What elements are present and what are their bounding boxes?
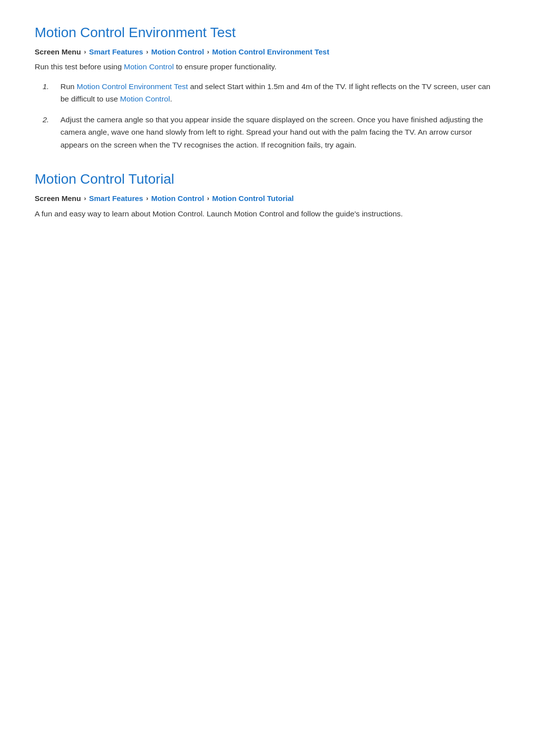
tutorial-breadcrumb-sep-2: › [146,195,148,202]
tutorial-breadcrumb-screen-menu: Screen Menu [35,194,81,202]
list-content-1: Run Motion Control Environment Test and … [60,80,500,105]
list-number-2: 2. [43,113,52,151]
environment-test-title: Motion Control Environment Test [35,25,500,41]
tutorial-breadcrumb: Screen Menu › Smart Features › Motion Co… [35,194,500,202]
tutorial-breadcrumb-sep-1: › [84,195,86,202]
list-item-2: 2. Adjust the camera angle so that you a… [43,113,500,151]
tutorial-title: Motion Control Tutorial [35,171,500,187]
list-content-2: Adjust the camera angle so that you appe… [60,113,500,151]
tutorial-breadcrumb-smart-features[interactable]: Smart Features [89,194,143,202]
tutorial-intro-text: A fun and easy way to learn about Motion… [35,207,500,220]
item1-motion-control-link[interactable]: Motion Control [120,95,170,103]
tutorial-breadcrumb-sep-3: › [207,195,209,202]
breadcrumb-smart-features[interactable]: Smart Features [89,48,143,56]
environment-test-section: Motion Control Environment Test Screen M… [35,25,500,151]
breadcrumb-motion-control[interactable]: Motion Control [151,48,204,56]
intro-after: to ensure proper functionality. [174,62,276,71]
environment-test-breadcrumb: Screen Menu › Smart Features › Motion Co… [35,48,500,56]
breadcrumb-current-env-test[interactable]: Motion Control Environment Test [212,48,329,56]
tutorial-breadcrumb-current[interactable]: Motion Control Tutorial [212,194,294,202]
item1-end: . [170,95,172,103]
breadcrumb-sep-1: › [84,48,86,55]
list-item-1: 1. Run Motion Control Environment Test a… [43,80,500,105]
tutorial-breadcrumb-motion-control[interactable]: Motion Control [151,194,204,202]
intro-motion-control-link[interactable]: Motion Control [124,62,174,71]
item1-env-test-link[interactable]: Motion Control Environment Test [77,82,188,91]
breadcrumb-sep-3: › [207,48,209,55]
breadcrumb-screen-menu: Screen Menu [35,48,81,56]
environment-test-list: 1. Run Motion Control Environment Test a… [43,80,500,151]
environment-test-intro: Run this test before using Motion Contro… [35,61,500,73]
list-number-1: 1. [43,80,52,105]
tutorial-section: Motion Control Tutorial Screen Menu › Sm… [35,171,500,220]
item1-before: Run [60,82,77,91]
intro-before: Run this test before using [35,62,124,71]
breadcrumb-sep-2: › [146,48,148,55]
